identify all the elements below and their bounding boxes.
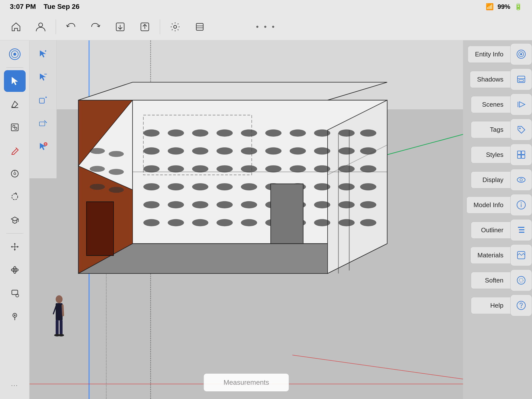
svg-point-57 [143, 147, 160, 154]
svg-marker-46 [78, 82, 387, 100]
soften-item[interactable]: Soften [471, 269, 532, 291]
help-label[interactable]: Help [471, 297, 510, 314]
materials-icon[interactable] [510, 244, 532, 266]
component-tool[interactable] [4, 116, 26, 138]
svg-rect-146 [519, 232, 524, 233]
layers-button[interactable] [189, 16, 211, 38]
pin-tool[interactable] [4, 305, 26, 327]
outliner-label[interactable]: Outliner [471, 222, 510, 239]
add-point-tool[interactable] [32, 43, 54, 65]
svg-rect-135 [517, 151, 521, 154]
styles-item[interactable]: Styles [471, 144, 532, 166]
soften-icon[interactable] [510, 269, 532, 291]
svg-point-56 [360, 130, 376, 137]
scenes-item[interactable]: Scenes [471, 94, 532, 115]
tags-item[interactable]: Tags [471, 119, 532, 140]
svg-rect-44 [86, 202, 114, 255]
home-button[interactable] [5, 16, 27, 38]
svg-point-143 [521, 202, 522, 203]
svg-point-50 [216, 130, 233, 137]
select-tool[interactable] [4, 70, 26, 92]
shadows-label[interactable]: Shadows [470, 71, 510, 88]
measurements-bar[interactable]: Measurements [203, 373, 289, 392]
tags-icon[interactable] [510, 119, 532, 140]
orbit-tool[interactable] [4, 259, 26, 281]
entity-info-item[interactable]: Entity Info [468, 43, 532, 65]
canvas-area[interactable]: Measurements [30, 40, 463, 399]
materials-label[interactable]: Materials [470, 247, 510, 264]
svg-rect-4 [196, 23, 203, 30]
battery-icon: 🔋 [514, 3, 522, 11]
outliner-item[interactable]: Outliner [471, 219, 532, 241]
eraser-tool[interactable] [4, 93, 26, 115]
scenes-icon[interactable] [510, 94, 532, 115]
tape-measure-tool[interactable] [4, 163, 26, 184]
more-tools-button[interactable]: ··· [4, 374, 26, 396]
styles-label[interactable]: Styles [471, 146, 510, 163]
move-tool[interactable] [4, 236, 26, 258]
transform-tool[interactable] [32, 113, 54, 134]
svg-point-28 [14, 315, 16, 316]
paint-tool[interactable] [4, 282, 26, 304]
block-tool[interactable] [32, 136, 54, 158]
svg-point-89 [192, 201, 208, 208]
svg-point-69 [192, 165, 208, 172]
svg-rect-36 [39, 122, 45, 126]
remove-point-tool[interactable] [32, 66, 54, 88]
svg-point-55 [338, 130, 355, 137]
soften-label[interactable]: Soften [471, 272, 510, 289]
svg-point-140 [520, 179, 522, 181]
help-icon[interactable] [510, 295, 532, 316]
svg-point-48 [168, 130, 184, 137]
entity-info-icon[interactable] [510, 43, 532, 65]
shadows-item[interactable]: Shadows [470, 68, 532, 90]
shadows-icon[interactable] [510, 68, 532, 90]
model-info-icon[interactable] [510, 194, 532, 216]
svg-point-74 [314, 165, 330, 172]
svg-point-98 [168, 219, 184, 226]
svg-point-65 [338, 147, 355, 154]
svg-point-58 [168, 147, 184, 154]
svg-point-72 [265, 165, 282, 172]
help-item[interactable]: Help [471, 295, 532, 316]
scenes-label[interactable]: Scenes [471, 96, 510, 113]
svg-rect-138 [521, 155, 525, 158]
settings-button[interactable] [164, 16, 186, 38]
svg-point-80 [216, 183, 233, 190]
styles-icon[interactable] [510, 144, 532, 166]
svg-point-63 [290, 147, 306, 154]
tags-label[interactable]: Tags [471, 121, 510, 138]
svg-point-59 [192, 147, 208, 154]
svg-point-110 [109, 169, 124, 175]
display-icon[interactable] [510, 169, 532, 191]
svg-point-97 [143, 219, 160, 226]
svg-point-139 [517, 177, 525, 182]
import-button[interactable] [109, 16, 131, 38]
sketchup-logo-button[interactable] [4, 43, 26, 65]
entity-info-label[interactable]: Entity Info [468, 46, 510, 63]
svg-point-99 [192, 219, 208, 226]
human-figure [49, 294, 69, 344]
svg-rect-121 [56, 303, 63, 320]
svg-rect-136 [521, 151, 525, 154]
model-info-label[interactable]: Model Info [466, 197, 510, 214]
outliner-icon[interactable] [510, 219, 532, 241]
pencil-tool[interactable] [4, 140, 26, 161]
export-button[interactable] [134, 16, 156, 38]
redo-button[interactable] [84, 16, 107, 38]
learn-tool[interactable] [4, 209, 26, 231]
rotate-tool[interactable] [4, 186, 26, 208]
svg-point-62 [265, 147, 282, 154]
undo-button[interactable] [60, 16, 82, 38]
display-label[interactable]: Display [471, 171, 510, 188]
model-info-item[interactable]: Model Info [466, 194, 532, 216]
toolbar-center-dots[interactable]: • • • [256, 22, 276, 31]
materials-item[interactable]: Materials [470, 244, 532, 266]
svg-point-105 [338, 219, 355, 226]
add-group-tool[interactable] [32, 90, 54, 111]
svg-point-81 [241, 183, 257, 190]
user-button[interactable] [30, 16, 52, 38]
svg-point-61 [241, 147, 257, 154]
svg-point-125 [58, 334, 64, 336]
display-item[interactable]: Display [471, 169, 532, 191]
